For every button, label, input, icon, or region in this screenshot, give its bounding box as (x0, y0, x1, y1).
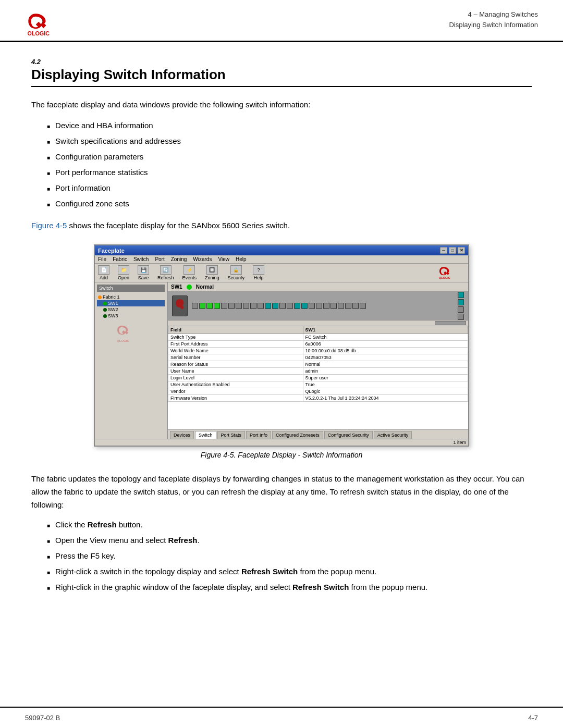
subsection-heading: Displaying Switch Information (449, 20, 538, 30)
port-0[interactable] (192, 303, 198, 309)
tab-port-stats[interactable]: Port Stats (217, 431, 246, 439)
port-7[interactable] (243, 303, 249, 309)
sw3-status-dot (103, 314, 107, 318)
menu-fabric[interactable]: Fabric (113, 256, 127, 262)
toolbar-help[interactable]: ? Help (253, 265, 264, 280)
port-16[interactable] (309, 303, 315, 309)
sfp-port-2[interactable] (458, 306, 464, 313)
add-icon: 📄 (98, 265, 109, 275)
footer-page-number: 4-7 (528, 714, 538, 722)
port-17[interactable] (316, 303, 322, 309)
sw1-label: SW1 (108, 301, 118, 306)
scroll-thumb[interactable] (435, 321, 466, 325)
refresh-item-2: Open the View menu and select Refresh. (47, 534, 532, 547)
refresh-item-4: Right-click a switch in the topology dis… (47, 565, 532, 578)
minimize-button[interactable]: ─ (440, 247, 447, 254)
port-1[interactable] (199, 303, 205, 309)
window-titlebar: Faceplate ─ □ ✕ (95, 245, 468, 255)
port-8[interactable] (250, 303, 256, 309)
figure-caption: Figure 4-5. Faceplate Display - Switch I… (201, 451, 362, 459)
tab-bar: Devices Switch Port Stats Port Info Conf… (168, 429, 468, 439)
main-content: 4.2 Displaying Switch Information The fa… (0, 42, 563, 619)
window-controls[interactable]: ─ □ ✕ (440, 247, 465, 254)
port-3[interactable] (214, 303, 220, 309)
sw2-label: SW2 (108, 307, 118, 312)
port-19[interactable] (331, 303, 337, 309)
figure-ref-paragraph: Figure 4-5 shows the faceplate display f… (31, 219, 532, 232)
refresh-item-5: Right-click in the graphic window of the… (47, 581, 532, 594)
switch-body-left (172, 295, 188, 316)
toolbar-refresh[interactable]: 🔄 Refresh (157, 265, 174, 280)
port-14[interactable] (294, 303, 300, 309)
tree-sw2[interactable]: SW2 (97, 306, 165, 313)
status-bar: 1 item (95, 439, 468, 446)
menu-switch[interactable]: Switch (133, 256, 149, 262)
toolbar-zoning[interactable]: 🔲 Zoning (205, 265, 219, 280)
tab-active-security[interactable]: Active Security (374, 431, 412, 439)
tab-switch[interactable]: Switch (195, 431, 216, 439)
fabric-status-dot (98, 295, 102, 299)
toolbar-open[interactable]: 📁 Open (118, 265, 129, 280)
sw2-status-dot (103, 308, 107, 312)
footer-doc-number: 59097-02 B (25, 714, 60, 722)
figure-link[interactable]: Figure 4-5 (31, 221, 67, 230)
menu-port[interactable]: Port (155, 256, 164, 262)
open-icon: 📁 (118, 265, 129, 275)
table-row: Switch TypeFC Switch (168, 334, 468, 341)
table-row: Reason for StatusNormal (168, 361, 468, 368)
switch-label: Switch (97, 285, 165, 292)
tree-sw1[interactable]: SW1 (97, 300, 165, 306)
menu-wizards[interactable]: Wizards (193, 256, 212, 262)
menu-zoning[interactable]: Zoning (171, 256, 187, 262)
intro-paragraph: The faceplate display and data windows p… (31, 98, 532, 111)
refresh-item-1: Click the Refresh button. (47, 519, 532, 531)
table-row: User Authentication EnabledTrue (168, 381, 468, 388)
toolbar-security[interactable]: 🔒 Security (228, 265, 245, 280)
port-13[interactable] (287, 303, 293, 309)
header-right: 4 – Managing Switches Displaying Switch … (449, 9, 538, 30)
toolbar-save[interactable]: 💾 Save (138, 265, 149, 280)
port-4[interactable] (221, 303, 227, 309)
svg-text:QLOGIC: QLOGIC (439, 276, 450, 279)
maximize-button[interactable]: □ (449, 247, 456, 254)
close-button[interactable]: ✕ (458, 247, 465, 254)
svg-text:QLOGIC: QLOGIC (28, 30, 50, 35)
list-item: Port performance statistics (47, 166, 532, 179)
tab-configured-security[interactable]: Configured Security (324, 431, 373, 439)
sidebar-qlogic-logo: QLOGIC (97, 324, 165, 349)
events-icon: ⚡ (183, 265, 195, 275)
port-23[interactable] (360, 303, 366, 309)
port-18[interactable] (323, 303, 329, 309)
list-item: Device and HBA information (47, 119, 532, 132)
port-21[interactable] (345, 303, 351, 309)
port-10[interactable] (265, 303, 271, 309)
figure-container: Faceplate ─ □ ✕ File Fabric Switch Port … (31, 244, 532, 468)
menu-view[interactable]: View (218, 256, 229, 262)
port-6[interactable] (236, 303, 242, 309)
sfp-port-3[interactable] (458, 314, 464, 320)
tab-devices[interactable]: Devices (170, 431, 194, 439)
port-5[interactable] (228, 303, 235, 309)
port-20[interactable] (338, 303, 344, 309)
toolbar-add[interactable]: 📄 Add (98, 265, 109, 280)
table-row: First Port Address6a0006 (168, 341, 468, 348)
toolbar-events[interactable]: ⚡ Events (182, 265, 197, 280)
menu-help[interactable]: Help (236, 256, 247, 262)
sw3-label: SW3 (108, 313, 118, 318)
port-22[interactable] (352, 303, 359, 309)
logo-area: QLOGIC (25, 9, 72, 35)
port-11[interactable] (272, 303, 278, 309)
sfp-port-0[interactable] (458, 292, 464, 298)
sfp-port-1[interactable] (458, 299, 464, 305)
tab-configured-zonesets[interactable]: Configured Zonesets (272, 431, 323, 439)
zoning-icon: 🔲 (206, 265, 218, 275)
table-row: VendorQLogic (168, 388, 468, 395)
menu-file[interactable]: File (98, 256, 106, 262)
port-15[interactable] (301, 303, 308, 309)
tab-port-info[interactable]: Port Info (246, 431, 271, 439)
tree-sw3[interactable]: SW3 (97, 313, 165, 319)
port-12[interactable] (279, 303, 286, 309)
refresh-list: Click the Refresh button. Open the View … (47, 519, 532, 594)
port-2[interactable] (206, 303, 213, 309)
port-9[interactable] (258, 303, 264, 309)
